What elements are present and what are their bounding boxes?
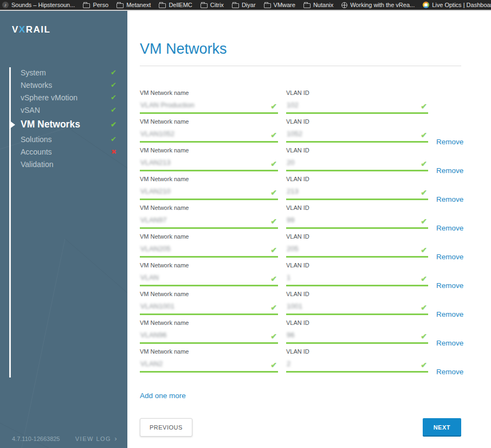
vlan-id-label: VLAN ID [286,348,428,355]
folder-icon [201,3,208,8]
sidebar-step-item[interactable]: Solutions ✔ [0,133,127,145]
vlan-id-input[interactable]: 1052 ✔ [286,128,428,143]
remove-row-link[interactable]: Remove [436,281,463,290]
vm-network-name-label: VM Network name [140,147,278,153]
sidebar-step-item[interactable]: System ✔ [0,66,127,79]
remove-row-link[interactable]: Remove [436,138,463,146]
valid-check-icon: ✔ [270,361,277,369]
folder-icon [232,3,239,8]
vlan-id-label: VLAN ID [286,291,428,297]
valid-check-icon: ✔ [270,217,277,226]
remove-row-link[interactable]: Remove [436,224,463,232]
vlan-id-field: VLAN ID 1001 ✔ [286,291,428,319]
vm-network-name-input[interactable]: VLAN1052 ✔ [140,128,278,143]
bookmark-item[interactable]: Sounds – Hipstersoun... [2,2,75,8]
valid-check-icon: ✔ [270,131,277,139]
bookmark-item[interactable]: Citrix [201,2,224,8]
sidebar-step-item[interactable]: vSphere vMotion ✔ [0,91,127,104]
bookmark-label: VMware [274,2,295,8]
vm-network-name-value-redacted: VLAN1001 [140,302,175,310]
check-icon: ✔ [108,135,117,143]
vlan-id-value-redacted: 205 [287,245,299,253]
vlan-id-label: VLAN ID [286,118,428,125]
vm-network-name-input[interactable]: VLAN213 ✔ [140,157,278,171]
check-icon: ✔ [108,68,117,76]
vm-network-name-input[interactable]: VLAN96 ✔ [140,329,278,344]
vlan-id-label: VLAN ID [286,176,428,182]
bookmark-item[interactable]: Diyar [232,2,256,8]
vm-network-name-label: VM Network name [140,204,278,211]
vm-network-name-input[interactable]: VLAN2 ✔ [140,358,278,373]
vlan-id-input[interactable]: 20 ✔ [286,157,428,171]
vm-network-name-input[interactable]: VLAN97 ✔ [140,214,278,229]
bookmark-item[interactable]: Nutanix [303,2,333,8]
wizard-steps-nav: System ✔ Networks ✔ vSphere vMotion ✔ [0,66,127,170]
step-label: Networks [21,81,52,89]
step-label: vSAN [21,106,40,114]
add-one-more-link[interactable]: Add one more [140,392,186,400]
check-icon: ✔ [108,106,117,114]
view-log-link[interactable]: VIEW LOG › [75,434,118,443]
bookmark-label: Metanext [126,2,151,8]
vlan-id-input[interactable]: 96 ✔ [286,329,428,344]
wizard-buttons: PREVIOUS NEXT [140,418,461,437]
vm-network-name-value-redacted: VLAN Production [140,101,195,109]
valid-check-icon: ✔ [421,131,427,139]
folder-icon [264,3,271,8]
vlan-id-input[interactable]: 2 ✔ [286,358,428,373]
vlan-id-label: VLAN ID [286,204,428,211]
bookmark-label: Working with the vRea... [350,2,415,8]
bookmark-item[interactable]: VMware [264,2,295,8]
next-button[interactable]: NEXT [423,418,461,437]
remove-row-link[interactable]: Remove [436,368,463,376]
vlan-id-field: VLAN ID 20 ✔ [286,147,428,176]
previous-button[interactable]: PREVIOUS [140,418,192,437]
vlan-id-input[interactable]: 205 ✔ [286,243,428,258]
valid-check-icon: ✔ [421,332,427,341]
remove-row-link[interactable]: Remove [436,339,463,347]
sidebar-step-item[interactable]: VM Networks ✔ [0,116,127,133]
vm-network-row: VM Network name VLAN97 ✔ VLAN ID 99 ✔ [140,204,491,233]
vm-network-name-value-redacted: VLAN1052 [140,130,175,138]
valid-check-icon: ✔ [270,159,277,168]
valid-check-icon: ✔ [421,274,427,283]
vm-network-name-field: VM Network name VLAN1001 ✔ [140,291,278,319]
sidebar-step-item[interactable]: Validation [0,158,127,170]
vm-network-name-input[interactable]: VLAN210 ✔ [140,185,278,200]
vlan-id-input[interactable]: 1001 ✔ [286,300,428,315]
title-divider [140,66,461,66]
vm-network-row: VM Network name VLAN205 ✔ VLAN ID 205 ✔ [140,233,491,262]
vlan-id-input[interactable]: 99 ✔ [286,214,428,229]
sidebar-step-item[interactable]: vSAN ✔ [0,104,127,116]
vlan-id-field: VLAN ID 102 ✔ [286,89,428,118]
remove-row-link[interactable]: Remove [436,195,463,203]
bookmark-label: Perso [93,2,108,8]
vm-network-name-input[interactable]: VLAN205 ✔ [140,243,278,258]
vlan-id-input[interactable]: 213 ✔ [286,185,428,200]
bookmark-item[interactable]: Metanext [117,2,151,8]
bookmark-item[interactable]: Live Optics | Dashboard [423,2,491,8]
vlan-id-input[interactable]: 1 ✔ [286,272,428,286]
vm-network-name-input[interactable]: VLAN ✔ [140,272,278,286]
vm-network-name-value-redacted: VLAN210 [140,187,171,195]
bookmark-item[interactable]: Perso [83,2,108,8]
vm-network-name-input[interactable]: VLAN1001 ✔ [140,300,278,315]
bookmark-item[interactable]: Working with the vRea... [341,2,415,8]
vlan-id-value-redacted: 99 [287,216,294,224]
bookmark-label: DellEMC [169,2,192,8]
remove-row-link[interactable]: Remove [436,167,463,175]
sidebar-step-item[interactable]: Networks ✔ [0,79,127,91]
vm-network-name-label: VM Network name [140,262,278,268]
valid-check-icon: ✔ [421,102,427,111]
sidebar-step-item[interactable]: Accounts ✖ [0,145,127,158]
remove-row-link[interactable]: Remove [436,253,463,261]
vm-network-row: VM Network name VLAN2 ✔ VLAN ID 2 ✔ [140,348,491,377]
check-icon: ✔ [108,81,117,89]
bookmark-item[interactable]: DellEMC [159,2,192,8]
vlan-id-input[interactable]: 102 ✔ [286,99,428,114]
vm-network-row: VM Network name VLAN213 ✔ VLAN ID 20 ✔ [140,147,491,176]
remove-row-link[interactable]: Remove [436,310,463,318]
vlan-id-value-redacted: 96 [287,331,294,339]
vlan-id-value-redacted: 2 [287,360,290,368]
vm-network-name-input[interactable]: VLAN Production ✔ [140,99,278,114]
